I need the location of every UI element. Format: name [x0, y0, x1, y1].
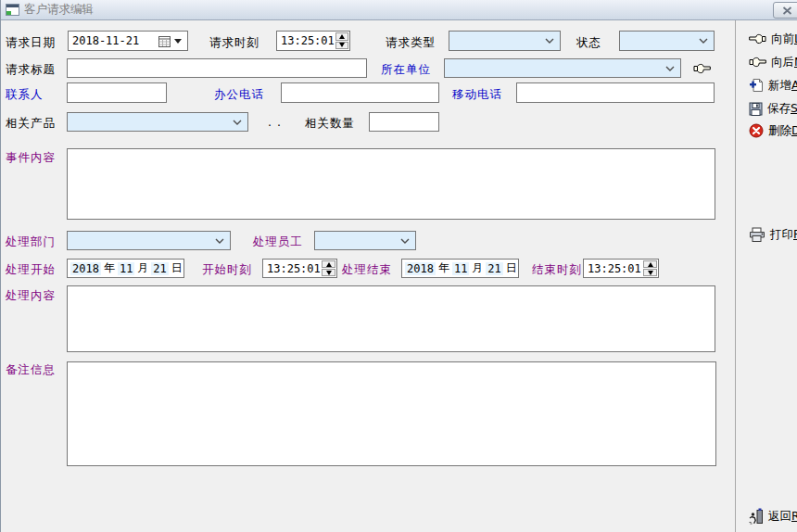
- end-month-unit: 月: [469, 260, 486, 276]
- panel-divider: [735, 20, 736, 532]
- request-date-picker[interactable]: 2018-11-21: [68, 31, 188, 51]
- spinner-down-button[interactable]: [643, 269, 657, 276]
- delete-button-label: 删除: [768, 123, 791, 137]
- request-type-label: 请求类型: [386, 35, 436, 51]
- chevron-down-icon: [665, 66, 675, 71]
- print-button[interactable]: 打印P: [749, 225, 797, 244]
- new-button-accel: A: [791, 78, 797, 92]
- save-button-label: 保存: [767, 101, 791, 115]
- handle-staff-combo[interactable]: [314, 231, 416, 250]
- spinner-up-button[interactable]: [335, 32, 348, 41]
- request-time-value: 13:25:01: [277, 32, 335, 50]
- org-unit-label: 所在单位: [381, 62, 431, 78]
- spinner-up-button[interactable]: [643, 260, 657, 268]
- dropdown-arrow-icon: [174, 39, 182, 44]
- down-arrow-icon: [339, 43, 345, 47]
- mobile-phone-input[interactable]: [516, 82, 715, 103]
- spinner-up-button[interactable]: [322, 260, 335, 268]
- window-title: 客户请求编辑: [24, 2, 94, 18]
- print-icon: [749, 227, 765, 243]
- chevron-down-icon: [699, 38, 708, 44]
- end-year-unit: 年: [436, 260, 452, 276]
- start-time-label: 开始时刻: [202, 262, 252, 278]
- handle-content-textarea[interactable]: [67, 285, 715, 352]
- hand-left-icon: [749, 32, 766, 45]
- handle-dept-label: 处理部门: [6, 234, 56, 250]
- backward-button[interactable]: 向后N: [749, 53, 797, 71]
- delete-button[interactable]: 删除D: [749, 121, 797, 140]
- up-arrow-icon: [648, 262, 653, 267]
- hand-right-icon: [749, 56, 766, 69]
- handle-content-label: 处理内容: [6, 288, 56, 304]
- delete-icon: [749, 123, 764, 138]
- handle-start-date-picker[interactable]: 2018 年 11 月 21 日: [67, 259, 184, 278]
- new-button-label: 新增: [768, 78, 791, 92]
- up-arrow-icon: [326, 262, 332, 267]
- chevron-down-icon: [215, 238, 224, 244]
- spinner-down-button[interactable]: [322, 269, 335, 276]
- request-title-label: 请求标题: [6, 62, 56, 78]
- return-button-accel: R: [791, 509, 797, 523]
- related-qty-input[interactable]: [369, 112, 439, 132]
- mobile-phone-label: 移动电话: [452, 87, 502, 103]
- remark-label: 备注信息: [6, 362, 56, 378]
- contact-label: 联系人: [6, 87, 44, 103]
- status-label: 状态: [576, 35, 601, 51]
- start-month: 11: [118, 262, 134, 275]
- start-time-value: 13:25:01: [263, 260, 321, 277]
- save-button[interactable]: 保存S: [749, 99, 797, 118]
- save-button-accel: S: [791, 101, 797, 115]
- print-button-accel: P: [793, 227, 797, 241]
- end-time-label: 结束时刻: [532, 262, 582, 278]
- handle-end-date-picker[interactable]: 2018 年 11 月 21 日: [401, 259, 519, 278]
- print-button-label: 打印: [770, 227, 793, 241]
- request-time-label: 请求时刻: [209, 35, 259, 51]
- request-title-input[interactable]: [67, 58, 367, 78]
- window-icon: [6, 4, 19, 16]
- start-time-spinner[interactable]: 13:25:01: [262, 259, 337, 278]
- chevron-down-icon: [400, 238, 410, 244]
- request-date-value: 2018-11-21: [69, 34, 158, 47]
- return-button[interactable]: 返回R: [749, 507, 797, 526]
- new-button[interactable]: 新增A: [749, 76, 797, 95]
- event-content-textarea[interactable]: [67, 148, 715, 220]
- office-phone-input[interactable]: [281, 82, 439, 103]
- end-time-spinner[interactable]: 13:25:01: [583, 259, 659, 278]
- end-day-unit: 日: [503, 260, 520, 276]
- request-time-spinner[interactable]: 13:25:01: [276, 31, 350, 51]
- spinner-down-button[interactable]: [335, 42, 348, 50]
- org-unit-combo[interactable]: [444, 58, 681, 78]
- org-unit-browse-hand-icon[interactable]: [693, 62, 711, 75]
- related-product-combo[interactable]: [67, 112, 248, 132]
- end-time-value: 13:25:01: [584, 260, 642, 277]
- end-month: 11: [452, 262, 469, 275]
- forward-button[interactable]: 向前L: [749, 30, 797, 48]
- save-icon: [749, 102, 763, 116]
- calendar-icon: [158, 35, 171, 47]
- new-record-icon: [749, 78, 764, 93]
- titlebar: 客户请求编辑: [1, 0, 797, 20]
- status-combo[interactable]: [619, 31, 715, 51]
- product-qty-dots: . .: [268, 115, 282, 129]
- start-day-unit: 日: [169, 260, 185, 276]
- handle-dept-combo[interactable]: [67, 231, 231, 250]
- related-qty-label: 相关数量: [305, 116, 355, 132]
- backward-button-label: 向后: [771, 55, 794, 69]
- handle-staff-label: 处理员工: [253, 234, 303, 250]
- chevron-down-icon: [545, 38, 554, 44]
- contact-input[interactable]: [67, 82, 167, 103]
- request-type-combo[interactable]: [449, 31, 561, 51]
- remark-textarea[interactable]: [67, 361, 716, 466]
- related-product-label: 相关产品: [6, 116, 56, 132]
- down-arrow-icon: [326, 271, 332, 275]
- forward-button-label: 向前: [771, 32, 794, 45]
- start-day: 21: [151, 262, 168, 275]
- office-phone-label: 办公电话: [214, 87, 264, 103]
- delete-button-accel: D: [791, 123, 797, 137]
- up-arrow-icon: [339, 34, 345, 39]
- return-icon: [749, 508, 764, 525]
- event-content-label: 事件内容: [6, 150, 56, 166]
- end-day: 21: [486, 262, 502, 275]
- start-year: 2018: [70, 262, 101, 275]
- close-button[interactable]: [773, 2, 797, 19]
